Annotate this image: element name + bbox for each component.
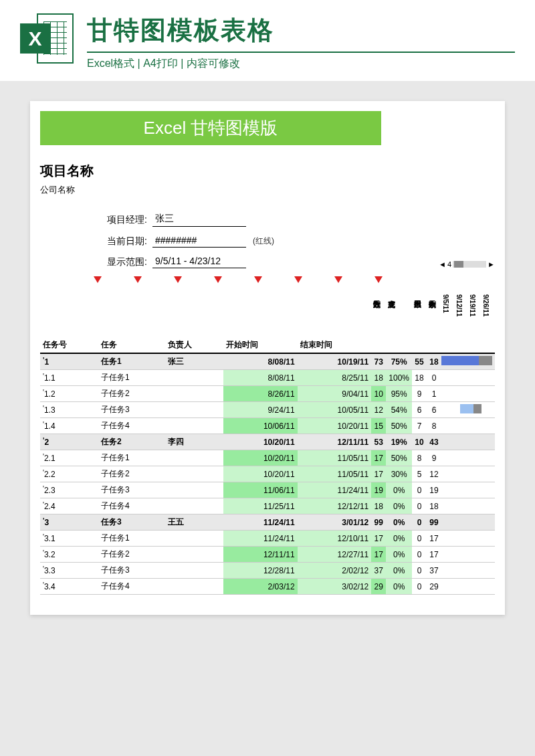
cell-gantt-bar: [441, 482, 495, 498]
cell-used: 0: [412, 563, 427, 579]
cell-gantt-bar: [441, 466, 495, 482]
current-date-row: 当前日期: ######## (红线): [94, 235, 495, 248]
cell-used: 7: [412, 418, 427, 434]
cell-task-no: '3.2: [40, 547, 98, 563]
cell-start: 9/24/11: [223, 402, 298, 418]
table-row[interactable]: '3.1 子任务1 11/24/11 12/10/11 17 0% 0 17: [40, 531, 495, 547]
cell-remain: 29: [427, 579, 441, 595]
cell-plan: 10: [371, 386, 386, 402]
cell-task-no: '1.2: [40, 386, 98, 402]
table-row[interactable]: '1.2 子任务2 8/26/11 9/04/11 10 95% 9 1: [40, 386, 495, 402]
cell-owner: [165, 579, 223, 595]
cell-gantt-bar: [441, 370, 495, 386]
cell-task: 子任务1: [98, 450, 165, 466]
cell-start: 11/24/11: [223, 531, 298, 547]
excel-x-badge: X: [20, 23, 50, 54]
cell-gantt-bar: [441, 402, 495, 418]
cell-task: 子任务3: [98, 402, 165, 418]
cell-remain: 8: [427, 418, 441, 434]
header-subtitle: Excel格式 | A4打印 | 内容可修改: [87, 52, 515, 71]
cell-progress: 50%: [386, 418, 412, 434]
table-row[interactable]: '1.3 子任务3 9/24/11 10/05/11 12 54% 6 6: [40, 402, 495, 418]
cell-task-no: '3.3: [40, 563, 98, 579]
table-row[interactable]: '2 任务2 李四 10/20/11 12/11/11 53 19% 10 43: [40, 434, 495, 450]
cell-task: 子任务3: [98, 482, 165, 498]
cell-used: 18: [412, 370, 427, 386]
cell-end: 12/27/11: [298, 547, 372, 563]
cell-progress: 19%: [386, 434, 412, 450]
cell-used: 0: [412, 482, 427, 498]
cell-end: 12/12/11: [298, 498, 372, 514]
cell-task: 子任务2: [98, 547, 165, 563]
date-label: 当前日期:: [94, 235, 147, 248]
table-row[interactable]: '1 任务1 张三 8/08/11 10/19/11 73 75% 55 18: [40, 353, 495, 370]
cell-start: 11/06/11: [223, 482, 298, 498]
scroll-indicator[interactable]: ◄ 4 ►: [439, 260, 495, 268]
cell-owner: [165, 547, 223, 563]
date-value[interactable]: ########: [152, 235, 246, 248]
cell-task-no: '3.1: [40, 531, 98, 547]
cell-start: 10/20/11: [223, 466, 298, 482]
manager-label: 项目经理:: [94, 214, 147, 226]
cell-start: 12/28/11: [223, 563, 298, 579]
range-value[interactable]: 9/5/11 - 4/23/12: [152, 256, 246, 268]
cell-progress: 0%: [386, 579, 412, 595]
cell-progress: 54%: [386, 402, 412, 418]
cell-owner: [165, 531, 223, 547]
cell-remain: 17: [427, 531, 441, 547]
cell-progress: 95%: [386, 386, 412, 402]
cell-owner: 王五: [165, 514, 223, 531]
table-row[interactable]: '3 任务3 王五 11/24/11 3/01/12 99 0% 0 99: [40, 514, 495, 531]
cell-progress: 0%: [386, 514, 412, 531]
cell-task: 子任务4: [98, 579, 165, 595]
cell-plan: 12: [371, 402, 386, 418]
table-row[interactable]: '2.1 子任务1 10/20/11 11/05/11 17 50% 8 9: [40, 450, 495, 466]
table-row[interactable]: '2.4 子任务4 11/25/11 12/12/11 18 0% 0 18: [40, 498, 495, 514]
table-row[interactable]: '2.2 子任务2 10/20/11 11/05/11 17 30% 5 12: [40, 466, 495, 482]
cell-task: 子任务2: [98, 466, 165, 482]
cell-plan: 73: [371, 353, 386, 370]
cell-end: 12/10/11: [298, 531, 372, 547]
col-date-0: 9/5/11: [441, 293, 455, 353]
cell-plan: 17: [371, 531, 386, 547]
cell-gantt-bar: [441, 386, 495, 402]
cell-used: 0: [412, 498, 427, 514]
cell-gantt-bar: [441, 514, 495, 531]
scroll-track[interactable]: [453, 261, 486, 268]
cell-plan: 18: [371, 370, 386, 386]
cell-end: 3/02/12: [298, 579, 372, 595]
table-row[interactable]: '3.4 子任务4 2/03/12 3/02/12 29 0% 0 29: [40, 579, 495, 595]
cell-task-no: '3: [40, 514, 98, 531]
scroll-right-icon[interactable]: ►: [488, 260, 495, 268]
cell-gantt-bar: [441, 498, 495, 514]
cell-owner: [165, 402, 223, 418]
manager-value[interactable]: 张三: [152, 213, 246, 227]
cell-task-no: '2.4: [40, 498, 98, 514]
cell-used: 9: [412, 386, 427, 402]
table-row[interactable]: '1.1 子任务1 8/08/11 8/25/11 18 100% 18 0: [40, 370, 495, 386]
table-row[interactable]: '1.4 子任务4 10/06/11 10/20/11 15 50% 7 8: [40, 418, 495, 434]
cell-task: 任务3: [98, 514, 165, 531]
cell-task-no: '1.4: [40, 418, 98, 434]
cell-start: 10/06/11: [223, 418, 298, 434]
cell-plan: 19: [371, 482, 386, 498]
cell-task: 子任务4: [98, 498, 165, 514]
cell-task: 子任务3: [98, 563, 165, 579]
scroll-left-icon[interactable]: ◄: [439, 260, 446, 268]
col-progress: 完成度: [386, 293, 412, 353]
scroll-num: 4: [447, 260, 451, 268]
table-row[interactable]: '3.2 子任务2 12/11/11 12/27/11 17 0% 0 17: [40, 547, 495, 563]
cell-used: 0: [412, 547, 427, 563]
cell-owner: 张三: [165, 353, 223, 370]
table-row[interactable]: '3.3 子任务3 12/28/11 2/02/12 37 0% 0 37: [40, 563, 495, 579]
cell-end: 11/05/11: [298, 466, 372, 482]
cell-task-no: '1: [40, 353, 98, 370]
cell-progress: 50%: [386, 450, 412, 466]
cell-plan: 15: [371, 418, 386, 434]
header-title: 甘特图模板表格: [87, 13, 515, 48]
cell-remain: 19: [427, 482, 441, 498]
manager-row: 项目经理: 张三: [94, 213, 495, 227]
table-row[interactable]: '2.3 子任务3 11/06/11 11/24/11 19 0% 0 19: [40, 482, 495, 498]
cell-remain: 6: [427, 402, 441, 418]
cell-task-no: '2.2: [40, 466, 98, 482]
